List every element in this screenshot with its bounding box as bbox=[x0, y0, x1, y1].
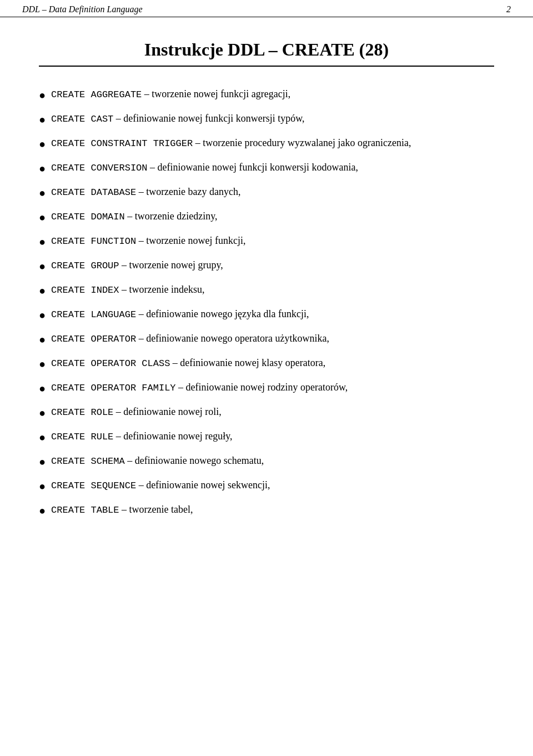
item-text: CREATE CONSTRAINT TRIGGER – tworzenie pr… bbox=[51, 136, 494, 151]
item-description: – definiowanie nowej klasy operatora, bbox=[170, 357, 325, 368]
list-item: ●CREATE DATABASE – tworzenie bazy danych… bbox=[39, 184, 494, 201]
page-content: Instrukcje DDL – CREATE (28) ●CREATE AGG… bbox=[0, 17, 533, 549]
list-item: ●CREATE GROUP – tworzenie nowej grupy, bbox=[39, 258, 494, 274]
bullet-icon: ● bbox=[39, 282, 46, 299]
item-keyword: CREATE OPERATOR FAMILY bbox=[51, 383, 175, 393]
item-text: CREATE OPERATOR FAMILY – definiowanie no… bbox=[51, 380, 494, 395]
item-keyword: CREATE CONVERSION bbox=[51, 163, 147, 173]
bullet-icon: ● bbox=[39, 233, 46, 250]
item-keyword: CREATE FUNCTION bbox=[51, 236, 136, 247]
list-item: ●CREATE CONSTRAINT TRIGGER – tworzenie p… bbox=[39, 136, 494, 152]
list-item: ●CREATE TABLE – tworzenie tabel, bbox=[39, 502, 494, 519]
item-description: – tworzenie tabel, bbox=[119, 504, 193, 515]
list-item: ●CREATE SCHEMA – definiowanie nowego sch… bbox=[39, 453, 494, 470]
item-description: – tworzenie indeksu, bbox=[119, 284, 205, 295]
bullet-icon: ● bbox=[39, 258, 46, 274]
item-keyword: CREATE DATABASE bbox=[51, 187, 136, 198]
item-description: – definiowanie nowego języka dla funkcji… bbox=[136, 308, 309, 319]
item-description: – definiowanie nowej reguły, bbox=[113, 430, 232, 442]
item-description: – definiowanie nowej sekwencji, bbox=[136, 479, 270, 490]
item-text: CREATE DATABASE – tworzenie bazy danych, bbox=[51, 184, 494, 200]
item-keyword: CREATE LANGUAGE bbox=[51, 309, 136, 320]
bullet-icon: ● bbox=[39, 429, 46, 445]
item-description: – tworzenie procedury wyzwalanej jako og… bbox=[193, 137, 411, 148]
item-keyword: CREATE CONSTRAINT TRIGGER bbox=[51, 138, 193, 149]
item-keyword: CREATE CAST bbox=[51, 114, 113, 124]
bullet-icon: ● bbox=[39, 307, 46, 323]
list-item: ●CREATE CONVERSION – definiowanie nowej … bbox=[39, 160, 494, 177]
header-title: DDL – Data Definition Language bbox=[22, 4, 143, 14]
item-keyword: CREATE INDEX bbox=[51, 285, 119, 296]
item-text: CREATE DOMAIN – tworzenie dziedziny, bbox=[51, 209, 494, 224]
page-title: Instrukcje DDL – CREATE (28) bbox=[39, 39, 494, 60]
list-item: ●CREATE FUNCTION – tworzenie nowej funkc… bbox=[39, 233, 494, 250]
list-item: ●CREATE OPERATOR – definiowanie nowego o… bbox=[39, 331, 494, 348]
item-keyword: CREATE TABLE bbox=[51, 505, 119, 515]
bullet-icon: ● bbox=[39, 331, 46, 348]
item-description: – tworzenie bazy danych, bbox=[136, 186, 240, 197]
title-divider bbox=[39, 66, 494, 67]
item-text: CREATE TABLE – tworzenie tabel, bbox=[51, 502, 494, 518]
item-text: CREATE AGGREGATE – tworzenie nowej funkc… bbox=[51, 87, 494, 102]
list-item: ●CREATE DOMAIN – tworzenie dziedziny, bbox=[39, 209, 494, 226]
item-description: – tworzenie dziedziny, bbox=[125, 211, 218, 222]
bullet-icon: ● bbox=[39, 356, 46, 372]
bullet-icon: ● bbox=[39, 380, 46, 397]
item-description: – definiowanie nowego schematu, bbox=[125, 455, 264, 466]
list-item: ●CREATE LANGUAGE – definiowanie nowego j… bbox=[39, 307, 494, 323]
item-text: CREATE RULE – definiowanie nowej reguły, bbox=[51, 429, 494, 444]
bullet-icon: ● bbox=[39, 184, 46, 201]
item-text: CREATE ROLE – definiowanie nowej roli, bbox=[51, 404, 494, 420]
item-text: CREATE OPERATOR CLASS – definiowanie now… bbox=[51, 356, 494, 371]
item-keyword: CREATE ROLE bbox=[51, 407, 113, 418]
list-item: ●CREATE AGGREGATE – tworzenie nowej funk… bbox=[39, 87, 494, 103]
item-text: CREATE LANGUAGE – definiowanie nowego ję… bbox=[51, 307, 494, 322]
item-text: CREATE SCHEMA – definiowanie nowego sche… bbox=[51, 453, 494, 469]
page-header: DDL – Data Definition Language 2 bbox=[0, 0, 533, 17]
page-number: 2 bbox=[506, 4, 511, 14]
item-text: CREATE GROUP – tworzenie nowej grupy, bbox=[51, 258, 494, 273]
item-description: – tworzenie nowej funkcji agregacji, bbox=[142, 88, 290, 99]
list-item: ●CREATE RULE – definiowanie nowej reguły… bbox=[39, 429, 494, 445]
item-description: – definiowanie nowej rodziny operatorów, bbox=[176, 382, 348, 393]
item-description: – definiowanie nowego operatora użytkown… bbox=[136, 333, 329, 344]
bullet-icon: ● bbox=[39, 209, 46, 226]
bullet-icon: ● bbox=[39, 111, 46, 128]
item-description: – definiowanie nowej roli, bbox=[113, 406, 221, 417]
list-item: ●CREATE OPERATOR FAMILY – definiowanie n… bbox=[39, 380, 494, 397]
item-description: – tworzenie nowej funkcji, bbox=[136, 235, 245, 246]
bullet-icon: ● bbox=[39, 404, 46, 421]
item-keyword: CREATE AGGREGATE bbox=[51, 89, 142, 100]
bullet-icon: ● bbox=[39, 478, 46, 494]
item-text: CREATE CAST – definiowanie nowej funkcji… bbox=[51, 111, 494, 127]
list-item: ●CREATE OPERATOR CLASS – definiowanie no… bbox=[39, 356, 494, 372]
item-text: CREATE OPERATOR – definiowanie nowego op… bbox=[51, 331, 494, 347]
item-keyword: CREATE OPERATOR CLASS bbox=[51, 358, 170, 369]
bullet-icon: ● bbox=[39, 502, 46, 519]
item-keyword: CREATE SEQUENCE bbox=[51, 480, 136, 491]
bullet-icon: ● bbox=[39, 136, 46, 152]
item-text: CREATE CONVERSION – definiowanie nowej f… bbox=[51, 160, 494, 176]
list-item: ●CREATE INDEX – tworzenie indeksu, bbox=[39, 282, 494, 299]
item-description: – definiowanie nowej funkcji konwersji t… bbox=[113, 113, 304, 124]
item-text: CREATE FUNCTION – tworzenie nowej funkcj… bbox=[51, 233, 494, 249]
item-keyword: CREATE DOMAIN bbox=[51, 212, 125, 222]
item-keyword: CREATE RULE bbox=[51, 432, 113, 442]
item-text: CREATE INDEX – tworzenie indeksu, bbox=[51, 282, 494, 298]
bullet-icon: ● bbox=[39, 87, 46, 103]
create-commands-list: ●CREATE AGGREGATE – tworzenie nowej funk… bbox=[39, 87, 494, 519]
bullet-icon: ● bbox=[39, 453, 46, 470]
item-description: – definiowanie nowej funkcji konwersji k… bbox=[148, 162, 358, 173]
list-item: ●CREATE SEQUENCE – definiowanie nowej se… bbox=[39, 478, 494, 494]
item-keyword: CREATE SCHEMA bbox=[51, 456, 125, 467]
item-keyword: CREATE OPERATOR bbox=[51, 334, 136, 344]
item-text: CREATE SEQUENCE – definiowanie nowej sek… bbox=[51, 478, 494, 493]
list-item: ●CREATE CAST – definiowanie nowej funkcj… bbox=[39, 111, 494, 128]
bullet-icon: ● bbox=[39, 160, 46, 177]
list-item: ●CREATE ROLE – definiowanie nowej roli, bbox=[39, 404, 494, 421]
item-description: – tworzenie nowej grupy, bbox=[119, 259, 223, 271]
item-keyword: CREATE GROUP bbox=[51, 261, 119, 271]
